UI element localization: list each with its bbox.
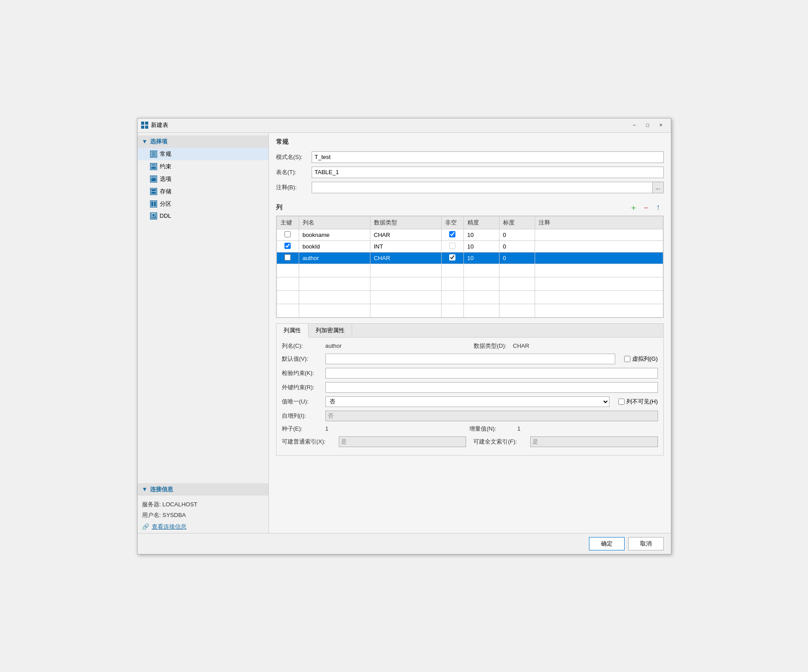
auto-inc-label: 自增列(I): [282, 412, 322, 420]
comment-btn[interactable]: ... [652, 182, 664, 193]
ddl-icon: D [150, 212, 157, 220]
tab-col-encrypt[interactable]: 列加密属性 [309, 324, 352, 337]
row3-notnull-cell [441, 252, 463, 264]
remove-column-button[interactable]: － [641, 202, 651, 213]
server-info: 服务器: LOCALHOST [138, 499, 268, 510]
data-type-label: 数据类型(D): [474, 342, 509, 350]
user-info: 用户名: SYSDBA [138, 510, 268, 521]
row2-notnull-check[interactable] [449, 243, 455, 249]
table-row[interactable]: bookname CHAR 10 0 [276, 229, 663, 240]
minimize-button[interactable]: − [628, 121, 641, 130]
table-header-row: 主键 列名 数据类型 非空 精度 标度 注释 [276, 216, 663, 229]
invisible-check[interactable] [618, 399, 625, 405]
row1-comment-cell [535, 229, 663, 240]
row3-notnull-check[interactable] [449, 254, 455, 261]
table-row-empty [276, 290, 663, 304]
row3-type-cell: CHAR [370, 252, 441, 264]
cancel-button[interactable]: 取消 [628, 537, 664, 550]
row2-precision-cell: 10 [463, 240, 499, 252]
main-section-title: 常规 [276, 138, 664, 146]
props-row-1: 列名(C): author 数据类型(D): CHAR [282, 342, 658, 350]
table-label: 表名(T): [276, 168, 312, 176]
sidebar-label-constraints: 约束 [160, 163, 171, 171]
row3-scale-cell: 0 [499, 252, 535, 264]
ok-button[interactable]: 确定 [589, 537, 625, 550]
props-row-7: 种子(E): 1 增量值(N): 1 [282, 425, 658, 433]
svg-rect-11 [151, 176, 156, 182]
user-value: SYSDBA [162, 512, 186, 518]
increment-label: 增量值(N): [469, 425, 514, 433]
server-value: LOCALHOST [162, 501, 198, 508]
fk-input[interactable] [325, 382, 658, 393]
row2-type-cell: INT [370, 240, 441, 252]
virtual-col-check[interactable] [624, 356, 630, 362]
options-icon [150, 175, 157, 183]
title-bar-left: 新建表 [141, 121, 168, 129]
props-row-6: 自增列(I): 否 [282, 411, 658, 421]
sidebar-label-options: 选项 [160, 175, 171, 183]
normal-index-label: 可建普通索引(X): [282, 438, 335, 446]
columns-section: 列 ＋ － ↑ 主键 列名 数据类型 非 [276, 202, 664, 318]
comment-input-group: ... [312, 182, 664, 193]
maximize-button[interactable]: □ [642, 121, 654, 130]
sidebar-section-options: ▼ 选择项 常规 约束 [138, 133, 268, 224]
svg-rect-3 [145, 126, 148, 129]
row2-scale-cell: 0 [499, 240, 535, 252]
default-label: 默认值(V): [282, 355, 322, 363]
row1-precision-cell: 10 [463, 229, 499, 240]
row2-name-cell: bookId [299, 240, 370, 252]
sidebar-item-partition[interactable]: 分区 [138, 198, 268, 210]
close-button[interactable]: × [655, 121, 667, 130]
fulltext-index-select: 是 [530, 436, 658, 447]
window-body: ▼ 选择项 常规 约束 [138, 133, 671, 533]
comment-input[interactable] [312, 182, 652, 193]
tab-col-props[interactable]: 列属性 [276, 324, 309, 338]
row2-notnull-cell [441, 240, 463, 252]
row2-comment-cell [535, 240, 663, 252]
add-column-button[interactable]: ＋ [628, 202, 639, 213]
row3-primary-check[interactable] [284, 254, 291, 261]
row2-primary-check[interactable] [284, 243, 291, 249]
fulltext-index-text: 是 [532, 438, 538, 446]
th-comment: 注释 [535, 216, 663, 229]
server-label: 服务器: [142, 501, 161, 508]
sidebar-item-ddl[interactable]: D DDL [138, 210, 268, 222]
user-label: 用户名: [142, 512, 161, 518]
table-input[interactable] [312, 167, 664, 178]
row1-scale-cell: 0 [499, 229, 535, 240]
sidebar-item-general[interactable]: 常规 [138, 148, 268, 160]
row3-comment-cell [535, 252, 663, 264]
table-row[interactable]: bookId INT 10 0 [276, 240, 663, 252]
view-conn-label: 查看连接信息 [152, 523, 187, 531]
virtual-col-label[interactable]: 虚拟列(G) [624, 355, 658, 363]
columns-actions: ＋ － ↑ [628, 202, 664, 213]
sidebar-section-header[interactable]: ▼ 选择项 [138, 135, 268, 148]
auto-inc-value: 否 [325, 411, 658, 421]
row1-notnull-check[interactable] [449, 231, 455, 237]
sidebar-item-options[interactable]: 选项 [138, 173, 268, 185]
sidebar-label-general: 常规 [160, 150, 171, 158]
props-row-8: 可建普通索引(X): 是 可建全文索引(F): 是 [282, 436, 658, 447]
conn-section-header[interactable]: ▼ 连接信息 [138, 483, 268, 496]
storage-icon [150, 188, 157, 195]
schema-input[interactable] [312, 151, 664, 163]
sidebar-item-constraints[interactable]: 约束 [138, 160, 268, 173]
unique-select[interactable]: 否 是 [325, 396, 610, 407]
invisible-label-text: 列不可见(H) [626, 398, 658, 406]
props-row-5: 值唯一(U): 否 是 列不可见(H) [282, 396, 658, 407]
window-title: 新建表 [151, 121, 168, 129]
th-name: 列名 [299, 216, 370, 229]
sidebar-item-storage[interactable]: 存储 [138, 185, 268, 198]
move-up-button[interactable]: ↑ [653, 202, 664, 213]
default-input[interactable] [325, 354, 615, 364]
col-properties: 列属性 列加密属性 列名(C): author 数据类型(D): CHAR 默认… [276, 323, 664, 456]
seed-label: 种子(E): [282, 425, 322, 433]
check-input[interactable] [325, 368, 658, 379]
view-conn-link[interactable]: 🔗 查看连接信息 [138, 521, 268, 533]
row1-primary-check[interactable] [284, 231, 291, 237]
sidebar-label-storage: 存储 [160, 187, 171, 195]
table-row[interactable]: author CHAR 10 0 [276, 252, 663, 264]
schema-label: 模式名(S): [276, 153, 312, 161]
collapse-icon: ▼ [142, 138, 148, 145]
invisible-label[interactable]: 列不可见(H) [618, 398, 658, 406]
